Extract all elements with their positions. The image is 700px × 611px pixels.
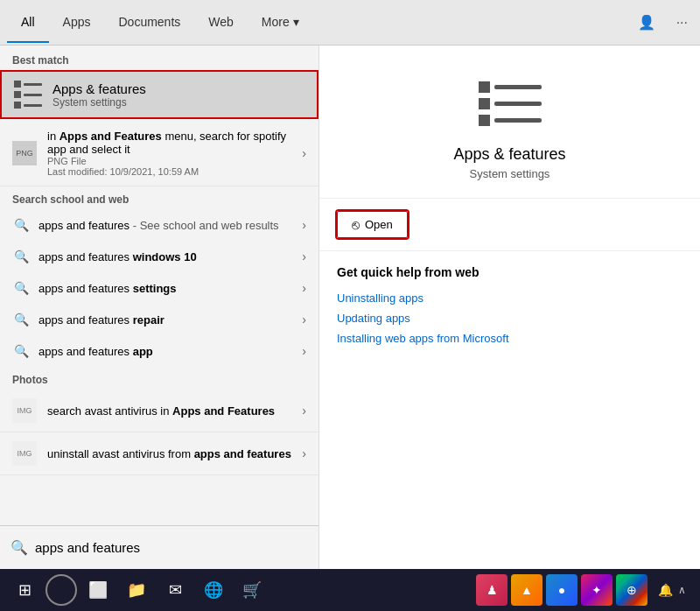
user-icon-button[interactable]: 👤 <box>633 9 661 36</box>
png-file-icon: PNG <box>12 141 37 165</box>
start-button[interactable]: ⊞ <box>7 572 42 607</box>
nav-right-icons: 👤 ··· <box>633 9 693 36</box>
search-icon: 🔍 <box>12 248 30 265</box>
search-icon: 🔍 <box>12 311 30 328</box>
best-match-title: Apps & features <box>52 81 304 96</box>
chevron-right-icon: › <box>302 446 306 460</box>
web-item-0[interactable]: 🔍 apps and features - See school and web… <box>0 209 318 241</box>
help-title: Get quick help from web <box>337 265 682 279</box>
apps-features-icon <box>14 81 42 109</box>
chevron-right-icon: › <box>302 249 306 263</box>
web-item-text-2: apps and features settings <box>38 282 302 295</box>
search-input[interactable] <box>35 540 308 555</box>
right-help-section: Get quick help from web Uninstalling app… <box>319 251 700 362</box>
mail-button[interactable]: ✉ <box>158 572 192 607</box>
right-actions: ⎋ Open <box>319 199 700 251</box>
photos-item-1[interactable]: IMG uninstall avast antivirus from apps … <box>0 432 318 475</box>
photos-item-0[interactable]: IMG search avast antivirus in Apps and F… <box>0 390 318 432</box>
store-button[interactable]: 🛒 <box>234 572 270 607</box>
tab-apps[interactable]: Apps <box>49 3 105 43</box>
photos-item-title-1: uninstall avast antivirus from apps and … <box>47 447 302 460</box>
file-result-type: PNG File <box>47 156 302 166</box>
photos-item-text-0: search avast antivirus in Apps and Featu… <box>47 404 302 418</box>
more-options-button[interactable]: ··· <box>671 10 693 36</box>
tab-web[interactable]: Web <box>194 3 248 43</box>
clock-icon: 🔔 <box>658 583 673 597</box>
chevron-right-icon: › <box>302 344 306 358</box>
photo-icon-1: IMG <box>12 441 37 466</box>
web-item-4[interactable]: 🔍 apps and features app › <box>0 335 318 367</box>
photos-item-text-1: uninstall avast antivirus from apps and … <box>47 447 302 460</box>
web-item-text-0: apps and features - See school and web r… <box>38 219 302 232</box>
web-item-text-3: apps and features repair <box>38 313 302 327</box>
app-big-icon <box>479 72 542 135</box>
file-result-text: in Apps and Features menu, search for sp… <box>47 130 302 177</box>
chevron-right-icon: › <box>302 313 306 327</box>
open-icon: ⎋ <box>352 217 360 232</box>
app-icon-1[interactable]: ♟ <box>476 574 508 606</box>
chevron-right-icon: › <box>302 281 306 295</box>
best-match-item[interactable]: Apps & features System settings <box>0 70 318 119</box>
open-button[interactable]: ⎋ Open <box>337 211 408 238</box>
edge-button[interactable]: 🌐 <box>196 572 231 607</box>
right-app-name: Apps & features <box>453 145 565 164</box>
chevron-right-icon: › <box>302 146 306 160</box>
help-link-1[interactable]: Updating apps <box>337 308 682 328</box>
help-link-0[interactable]: Uninstalling apps <box>337 288 682 308</box>
tab-more[interactable]: More ▾ <box>248 3 313 43</box>
main-content: Best match Apps & features Syste <box>0 46 700 569</box>
taskbar: ⊞ ⬜ 📁 ✉ 🌐 🛒 ♟ ▲ ● ✦ ⊕ 🔔 ∧ <box>0 569 700 611</box>
best-match-text: Apps & features System settings <box>52 81 304 109</box>
photo-icon-0: IMG <box>12 398 37 423</box>
tab-all[interactable]: All <box>7 3 49 43</box>
search-icon: 🔍 <box>12 279 30 297</box>
notification-area: 🔔 ∧ <box>651 583 693 597</box>
photos-item-title-0: search avast antivirus in Apps and Featu… <box>47 404 302 418</box>
web-item-1[interactable]: 🔍 apps and features windows 10 › <box>0 241 318 272</box>
tab-documents[interactable]: Documents <box>104 3 194 43</box>
right-top-section: Apps & features System settings <box>319 46 700 199</box>
web-item-text-1: apps and features windows 10 <box>38 250 302 263</box>
file-result-date: Last modified: 10/9/2021, 10:59 AM <box>47 166 302 177</box>
chevron-right-icon: › <box>302 218 306 232</box>
search-taskbar-button[interactable] <box>46 574 77 606</box>
web-item-text-4: apps and features app <box>38 345 302 358</box>
right-panel: Apps & features System settings ⎋ Open G… <box>319 46 700 569</box>
app-icon-2[interactable]: ▲ <box>511 574 542 606</box>
chevron-right-icon: › <box>302 404 306 418</box>
search-bar: 🔍 <box>0 525 318 569</box>
right-app-type: System settings <box>470 167 550 180</box>
open-label: Open <box>365 218 393 231</box>
app-icon-3[interactable]: ● <box>546 574 578 606</box>
search-icon: 🔍 <box>12 216 30 234</box>
file-explorer-button[interactable]: 📁 <box>119 572 154 607</box>
photos-section-label: Photos <box>0 367 318 390</box>
file-result-item[interactable]: PNG in Apps and Features menu, search fo… <box>0 121 318 186</box>
top-nav: All Apps Documents Web More ▾ 👤 ··· <box>0 0 700 46</box>
chevron-down-icon: ▾ <box>293 15 299 29</box>
web-item-2[interactable]: 🔍 apps and features settings › <box>0 272 318 304</box>
app-icon-5[interactable]: ⊕ <box>616 574 648 606</box>
task-view-button[interactable]: ⬜ <box>80 572 116 607</box>
file-result-title: in Apps and Features menu, search for sp… <box>47 130 302 156</box>
best-match-subtitle: System settings <box>52 96 304 109</box>
web-item-3[interactable]: 🔍 apps and features repair › <box>0 304 318 335</box>
search-icon: 🔍 <box>12 342 30 360</box>
app-icon-4[interactable]: ✦ <box>581 574 612 606</box>
system-tray: ∧ <box>678 584 686 596</box>
left-panel: Best match Apps & features Syste <box>0 46 319 569</box>
search-bar-icon: 🔍 <box>10 539 28 557</box>
best-match-label: Best match <box>0 46 318 70</box>
school-section-label: Search school and web <box>0 186 318 209</box>
help-link-2[interactable]: Installing web apps from Microsoft <box>337 328 682 348</box>
